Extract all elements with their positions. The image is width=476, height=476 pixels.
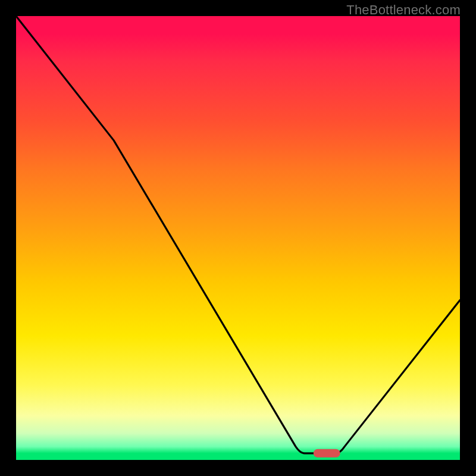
plot-area <box>16 16 460 460</box>
optimal-marker <box>314 449 340 458</box>
chart-svg <box>16 16 460 460</box>
bottleneck-curve <box>16 16 460 453</box>
